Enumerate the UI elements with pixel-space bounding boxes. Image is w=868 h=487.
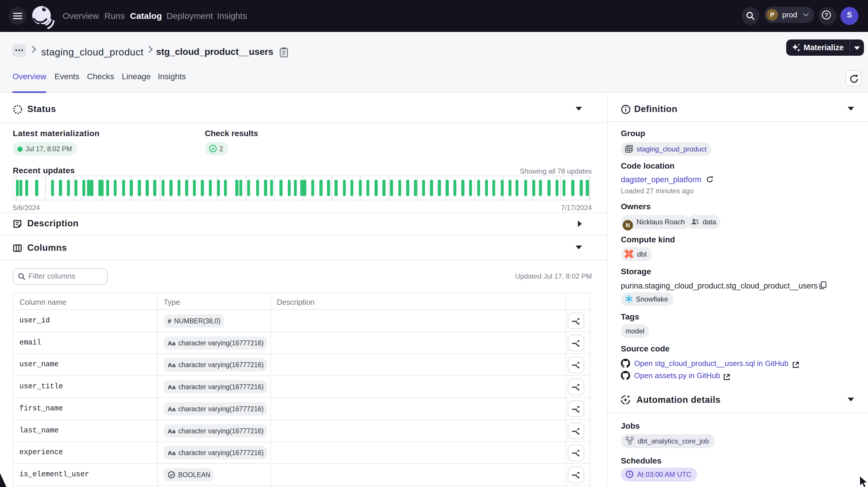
svg-text:?: ? (825, 11, 828, 18)
